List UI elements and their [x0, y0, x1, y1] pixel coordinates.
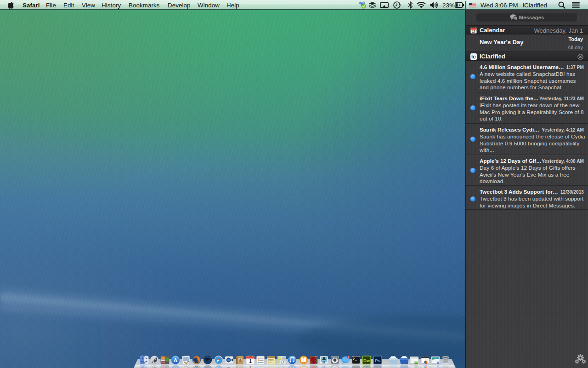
- svg-text:A: A: [174, 357, 177, 363]
- svg-text:1: 1: [249, 365, 252, 368]
- svg-text:iC: iC: [471, 54, 476, 59]
- svg-text:Dw: Dw: [363, 366, 370, 368]
- svg-text:17: 17: [472, 30, 475, 33]
- svg-text:Ps: Ps: [375, 366, 380, 368]
- svg-text:Ps: Ps: [375, 358, 380, 363]
- svg-text:A: A: [174, 366, 177, 368]
- svg-text:Dw: Dw: [363, 358, 370, 363]
